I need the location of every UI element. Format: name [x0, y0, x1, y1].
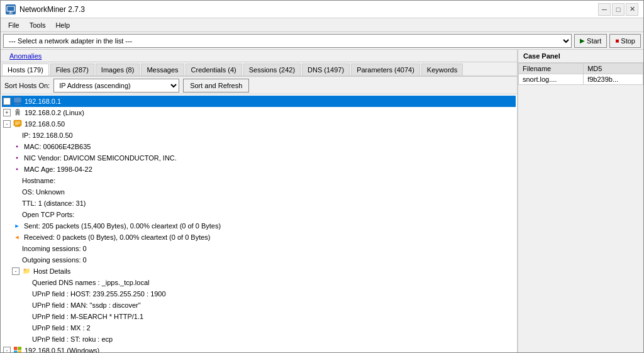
tree-text-19: UPnP field : MAN: "ssdp : discover" — [32, 300, 141, 310]
tree-text-23: 192.168.0.51 (Windows) — [25, 345, 99, 352]
minimize-button[interactable]: ─ — [598, 3, 611, 16]
adapter-bar: --- Select a network adapter in the list… — [1, 32, 643, 50]
tree-row-22[interactable]: UPnP field : ST: roku : ecp — [2, 333, 516, 345]
tree-row-17[interactable]: Queried DNS names : _ipps._tcp.local — [2, 277, 516, 288]
tree-text-22: UPnP field : ST: roku : ecp — [32, 334, 113, 344]
expander-23[interactable]: - — [3, 347, 11, 352]
tree-row-18[interactable]: UPnP field : HOST: 239.255.255.250 : 190… — [2, 288, 516, 300]
tree-row-7[interactable]: ▪ MAC Age: 1998-04-22 — [2, 164, 516, 175]
tab-dns[interactable]: DNS (1497) — [302, 64, 350, 76]
tab-images[interactable]: Images (8) — [96, 64, 140, 76]
adapter-select[interactable]: --- Select a network adapter in the list… — [3, 34, 572, 48]
tree-row-3[interactable]: - 192.168.0.50 — [2, 118, 516, 130]
tree-text-16: Host Details — [33, 266, 70, 276]
tree-text-10: TTL: 1 (distance: 31) — [22, 198, 86, 208]
tree-row-5[interactable]: ▪ MAC: 00606E42B635 — [2, 141, 516, 152]
tree-row-2[interactable]: + 192.168.0.2 (Linux) — [2, 107, 516, 118]
tree-text-13: Received: 0 packets (0 Bytes), 0.00% cle… — [24, 232, 211, 242]
tree-text-2: 192.168.0.2 (Linux) — [25, 108, 84, 118]
case-md5-0: f9b239b... — [584, 74, 643, 85]
close-button[interactable]: ✕ — [626, 3, 638, 16]
tree-row-6[interactable]: ▪ NIC Vendor: DAVICOM SEMICONDUCTOR, INC… — [2, 152, 516, 164]
expander-3[interactable]: - — [3, 120, 11, 128]
tree-text-8: Hostname: — [22, 176, 55, 186]
tree-text-11: Open TCP Ports: — [22, 210, 74, 220]
nic-icon-6: ▪ — [12, 153, 22, 163]
tree-text-4: IP: 192.168.0.50 — [22, 130, 73, 140]
tree-row-8[interactable]: Hostname: — [2, 175, 516, 186]
tab-messages[interactable]: Messages — [141, 64, 184, 76]
col-md5: MD5 — [584, 64, 643, 74]
svg-rect-13 — [15, 126, 20, 127]
right-panel: Case Panel Filename MD5 snort.log.... f9… — [518, 50, 643, 352]
menu-tools[interactable]: Tools — [25, 20, 51, 30]
tree-row-15[interactable]: Outgoing sessions: 0 — [2, 254, 516, 266]
window-title: NetworkMiner 2.7.3 — [19, 5, 85, 14]
mac-icon-5: ▪ — [12, 142, 22, 152]
tree-text-15: Outgoing sessions: 0 — [22, 255, 87, 265]
case-panel-table: Filename MD5 snort.log.... f9b239b... — [518, 63, 643, 85]
play-icon: ▶ — [580, 37, 585, 44]
tabs-bar: Hosts (179) Files (287) Images (8) Messa… — [1, 62, 517, 77]
app-icon — [6, 4, 16, 14]
tree-row-20[interactable]: UPnP field : M-SEARCH * HTTP/1.1 — [2, 311, 516, 322]
expander-16[interactable]: - — [12, 267, 19, 275]
arrow-left-icon-13: ◄ — [12, 232, 22, 242]
tab-hosts[interactable]: Hosts (179) — [2, 64, 49, 77]
sort-bar: Sort Hosts On: IP Address (ascending) IP… — [1, 77, 517, 94]
tree-text-17: Queried DNS names : _ipps._tcp.local — [32, 277, 149, 288]
tab-files[interactable]: Files (287) — [50, 64, 94, 76]
svg-point-8 — [16, 113, 18, 116]
expander-1[interactable]: - — [3, 98, 11, 105]
tree-row-23[interactable]: - 192.168.0.51 (Windows) — [2, 345, 516, 352]
tab-keywords[interactable]: Keywords — [421, 64, 463, 76]
case-row-0[interactable]: snort.log.... f9b239b... — [519, 74, 643, 85]
main-content: Anomalies Hosts (179) Files (287) Images… — [1, 50, 643, 352]
maximize-button[interactable]: □ — [612, 3, 625, 16]
tree-row-11[interactable]: Open TCP Ports: — [2, 209, 516, 220]
tab-credentials[interactable]: Credentials (4) — [186, 64, 242, 76]
window-controls: ─ □ ✕ — [598, 3, 638, 16]
tree-row-12[interactable]: ► Sent: 205 packets (15,400 Bytes), 0.00… — [2, 220, 516, 232]
svg-rect-6 — [14, 104, 21, 105]
tree-row-4[interactable]: IP: 192.168.0.50 — [2, 130, 516, 141]
sort-refresh-button[interactable]: Sort and Refresh — [183, 79, 249, 92]
computer-icon-1 — [13, 96, 23, 106]
folder-icon-16: 📁 — [21, 266, 31, 276]
menu-help[interactable]: Help — [50, 20, 75, 30]
tree-text-14: Incoming sessions: 0 — [22, 244, 87, 254]
tree-row-21[interactable]: UPnP field : MX : 2 — [2, 322, 516, 333]
tree-row-14[interactable]: Incoming sessions: 0 — [2, 243, 516, 254]
tree-text-5: MAC: 00606E42B635 — [24, 142, 91, 152]
start-button[interactable]: ▶ Start — [574, 34, 607, 48]
tree-text-6: NIC Vendor: DAVICOM SEMICONDUCTOR, INC. — [24, 153, 177, 163]
tree-text-18: UPnP field : HOST: 239.255.255.250 : 190… — [32, 289, 166, 299]
expander-2[interactable]: + — [3, 109, 11, 116]
case-filename-0: snort.log.... — [519, 74, 584, 85]
stop-button[interactable]: ■ Stop — [609, 34, 641, 48]
sort-select[interactable]: IP Address (ascending) IP Address (desce… — [53, 79, 179, 92]
anomalies-tab[interactable]: Anomalies — [4, 51, 47, 61]
network-icon-3 — [13, 119, 23, 129]
tree-text-3: 192.168.0.50 — [25, 119, 65, 129]
tree-text-7: MAC Age: 1998-04-22 — [24, 164, 92, 174]
tree-row-16[interactable]: - 📁 Host Details — [2, 266, 516, 277]
case-panel-header: Case Panel — [518, 50, 643, 63]
tab-parameters[interactable]: Parameters (4074) — [351, 64, 420, 76]
tree-row-1[interactable]: - 192.168.0.1 — [2, 96, 516, 107]
hosts-tree[interactable]: - 192.168.0.1 + — [1, 94, 517, 352]
tree-row-10[interactable]: TTL: 1 (distance: 31) — [2, 198, 516, 209]
windows-icon-23 — [13, 345, 23, 352]
svg-rect-17 — [14, 347, 18, 350]
menu-file[interactable]: File — [3, 20, 25, 30]
svg-rect-18 — [18, 347, 22, 350]
tree-text-9: OS: Unknown — [22, 187, 65, 197]
tree-row-9[interactable]: OS: Unknown — [2, 186, 516, 198]
svg-rect-20 — [18, 351, 22, 353]
tab-sessions[interactable]: Sessions (242) — [243, 64, 301, 76]
stop-icon: ■ — [615, 37, 619, 44]
svg-point-10 — [16, 110, 18, 111]
tree-row-13[interactable]: ◄ Received: 0 packets (0 Bytes), 0.00% c… — [2, 232, 516, 243]
stop-label: Stop — [621, 37, 635, 45]
tree-row-19[interactable]: UPnP field : MAN: "ssdp : discover" — [2, 300, 516, 311]
